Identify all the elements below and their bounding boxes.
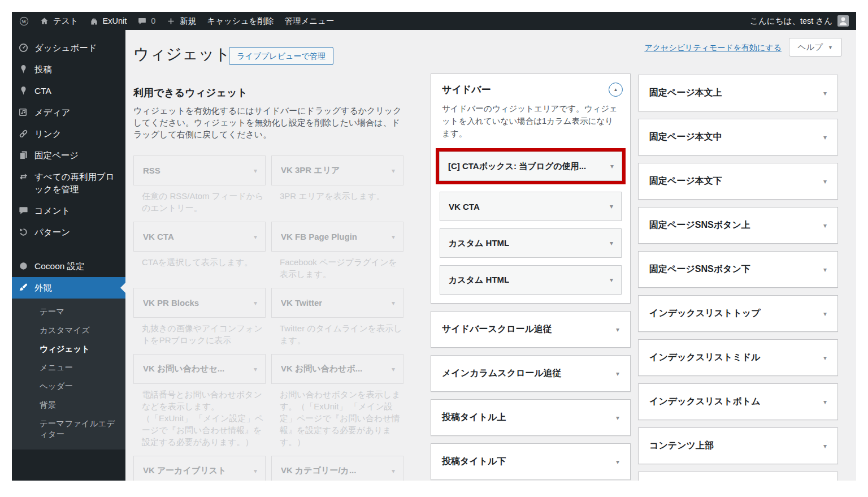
available-widget-title: VK CTA	[143, 232, 174, 241]
widget-area-panel-right-8[interactable]: コンテンツ上部▾	[638, 427, 838, 464]
available-widget-cell: VK お問い合わせボ...▾お問い合わせボタンを表示します。（「ExUnit」 …	[271, 354, 403, 448]
widget-area-panel-right-0[interactable]: 固定ページ本文上▾	[638, 75, 838, 111]
admin-bar-greeting[interactable]: こんにちは、test さん	[750, 16, 832, 27]
sidebar-item-comments[interactable]: コメント	[12, 200, 125, 222]
widget-area-title: インデックスリストトップ	[649, 308, 761, 319]
widget-area-title: 固定ページSNSボタン下	[649, 263, 750, 275]
sidebar-item-posts[interactable]: 投稿	[12, 59, 125, 80]
admin-bar-item-exunit[interactable]: ExUnit	[89, 16, 127, 26]
widget-area-panel-middle-1[interactable]: メインカラムスクロール追従▾	[431, 355, 631, 392]
admin-bar-wordpress-logo[interactable]: W	[19, 16, 29, 26]
accessibility-mode-link[interactable]: アクセシビリティモードを有効にする	[644, 43, 782, 53]
widget-area-panel-right-6[interactable]: インデックスリストミドル▾	[638, 339, 838, 376]
available-widget-title: VK お問い合わせセ...	[143, 364, 224, 374]
available-widget[interactable]: VK カテゴリー/カ...▾	[271, 456, 403, 481]
available-widgets-description: ウィジェットを有効化するにはサイドバーにドラッグするかクリックしてください。ウィ…	[133, 105, 403, 140]
widget-area-panel-right-7[interactable]: インデックスリストボトム▾	[638, 383, 838, 420]
widget-area-panel-right-1[interactable]: 固定ページ本文中▾	[638, 119, 838, 155]
sidebar-item-appearance[interactable]: 外観	[12, 277, 125, 299]
sidebar-subitem-themes[interactable]: テーマ	[12, 302, 125, 321]
sidebar-item-links[interactable]: リンク	[12, 123, 125, 145]
sidebar-item-cocoon-settings[interactable]: Cocoon 設定	[12, 256, 125, 277]
widget-title: VK CTA	[449, 202, 480, 211]
chevron-down-icon: ▾	[392, 167, 395, 175]
sidebar-item-media[interactable]: メディア	[12, 102, 125, 123]
sidebar-widget[interactable]: カスタム HTML▾	[440, 228, 622, 258]
sidebar-item-label: メディア	[34, 106, 70, 119]
sidebar-widget[interactable]: VK CTA▾	[440, 192, 622, 221]
page-title: ウィジェット	[133, 44, 231, 65]
available-widget[interactable]: VK FB Page Plugin▾	[271, 222, 403, 252]
widget-area-title: メインカラムスクロール追従	[442, 368, 562, 379]
chevron-down-icon: ▾	[823, 398, 827, 406]
widget-area-panel-right-5[interactable]: インデックスリストトップ▾	[638, 295, 838, 332]
widget-area-panel-right-3[interactable]: 固定ページSNSボタン上▾	[638, 207, 838, 244]
available-widget-description: CTAを選択して表示します。	[133, 252, 266, 268]
available-widget[interactable]: VK Twitter▾	[271, 288, 403, 318]
admin-bar-item-clear-cache[interactable]: キャッシュを削除	[207, 16, 274, 27]
admin-bar-item-admin-menu[interactable]: 管理メニュー	[284, 16, 334, 27]
sidebar-subitem-theme-file-editor[interactable]: テーマファイルエディター	[12, 414, 125, 444]
available-widget[interactable]: VK CTA▾	[133, 222, 266, 252]
widget-area-description: サイドバーのウィジットエリアです。ウィジェットを入れていない場合は1カラム表示に…	[442, 102, 619, 140]
sidebar-subitem-customize[interactable]: カスタマイズ	[12, 321, 125, 340]
widget-area-panel-right-2[interactable]: 固定ページ本文下▾	[638, 163, 838, 200]
admin-bar-item-comments[interactable]: 0	[137, 16, 155, 26]
sidebar-subitem-menus[interactable]: メニュー	[12, 358, 125, 377]
chevron-down-icon: ▾	[823, 89, 827, 97]
available-widget-cell: VK Twitter▾Twitter のタイムラインを表示します。	[271, 288, 403, 346]
widget-area-title: コンテンツ上部	[649, 440, 714, 452]
sidebar-item-dashboard[interactable]: ダッシュボード	[12, 37, 125, 59]
help-label: ヘルプ	[798, 42, 823, 53]
available-widget[interactable]: VK お問い合わせセ...▾	[133, 354, 266, 384]
available-widget[interactable]: VK お問い合わせボ...▾	[271, 354, 403, 384]
available-widget[interactable]: VK 3PR エリア▾	[271, 155, 403, 185]
middle-column: サイドバー ▲ サイドバーのウィジットエリアです。ウィジェットを入れていない場合…	[431, 74, 631, 481]
sidebar-subitem-widgets[interactable]: ウィジェット	[12, 340, 125, 358]
widget-area-title: 固定ページSNSボタン上	[649, 219, 750, 231]
help-button[interactable]: ヘルプ ▼	[789, 38, 842, 57]
sidebar-subitem-background[interactable]: 背景	[12, 396, 125, 414]
sidebar-item-label: 外観	[34, 282, 52, 294]
sidebar-item-cta[interactable]: CTA	[12, 80, 125, 102]
plus-icon	[166, 16, 176, 26]
chevron-down-icon: ▾	[392, 365, 395, 373]
admin-bar-item-label: 0	[151, 16, 155, 25]
svg-text:W: W	[21, 18, 27, 24]
live-preview-manage-button[interactable]: ライブプレビューで管理	[229, 47, 333, 65]
avatar[interactable]	[837, 15, 849, 27]
sidebar-widget[interactable]: カスタム HTML▾	[440, 265, 622, 295]
wordpress-admin-window: WテストExUnit0新規キャッシュを削除管理メニュー こんにちは、test さ…	[12, 12, 856, 481]
chevron-down-icon: ▾	[823, 442, 827, 450]
comment-icon	[137, 16, 147, 26]
available-widget-title: VK PR Blocks	[143, 298, 199, 308]
sidebar-subitem-header[interactable]: ヘッダー	[12, 377, 125, 396]
chevron-down-icon: ▾	[823, 222, 827, 230]
available-widgets-grid: RSS▾任意の RSS/Atom フィードからのエントリー。VK 3PR エリア…	[133, 155, 404, 481]
chevron-down-icon: ▾	[610, 162, 614, 170]
repeat-icon	[18, 171, 29, 182]
sidebar-item-pages[interactable]: 固定ページ	[12, 145, 125, 166]
available-widget-description: 3PR エリアを表示します。	[271, 185, 403, 202]
widget-area-panel-middle-2[interactable]: 投稿タイトル上▾	[431, 399, 631, 436]
sidebar-item-label: Cocoon 設定	[34, 260, 85, 273]
widget-area-panel-middle-0[interactable]: サイドバースクロール追従▾	[431, 311, 631, 348]
sidebar-item-reusable-blocks[interactable]: すべての再利用ブロックを管理	[12, 166, 125, 200]
sidebar-item-patterns[interactable]: パターン	[12, 222, 125, 243]
chevron-down-icon: ▾	[392, 467, 395, 475]
widget-area-title: インデックスリストミドル	[649, 352, 761, 364]
available-widget[interactable]: RSS▾	[133, 155, 266, 185]
widget-area-panel-middle-3[interactable]: 投稿タイトル下▾	[431, 443, 631, 480]
widget-area-panel-right-4[interactable]: 固定ページSNSボタン下▾	[638, 251, 838, 288]
highlight-annotation: [C] CTAボックス: 当ブログの使用...▾	[436, 148, 626, 184]
chevron-down-icon: ▾	[254, 365, 257, 373]
admin-bar-item-label: テスト	[53, 16, 79, 27]
admin-bar-item-site[interactable]: テスト	[40, 16, 79, 27]
chevron-down-icon: ▾	[392, 299, 395, 307]
collapse-toggle-button[interactable]: ▲	[609, 83, 623, 97]
available-widget[interactable]: VK PR Blocks▾	[133, 288, 266, 318]
admin-bar-item-new[interactable]: 新規	[166, 16, 196, 27]
chevron-down-icon: ▾	[616, 458, 619, 466]
available-widget[interactable]: VK アーカイブリスト▾	[133, 456, 266, 481]
sidebar-widget[interactable]: [C] CTAボックス: 当ブログの使用...▾	[439, 152, 622, 181]
